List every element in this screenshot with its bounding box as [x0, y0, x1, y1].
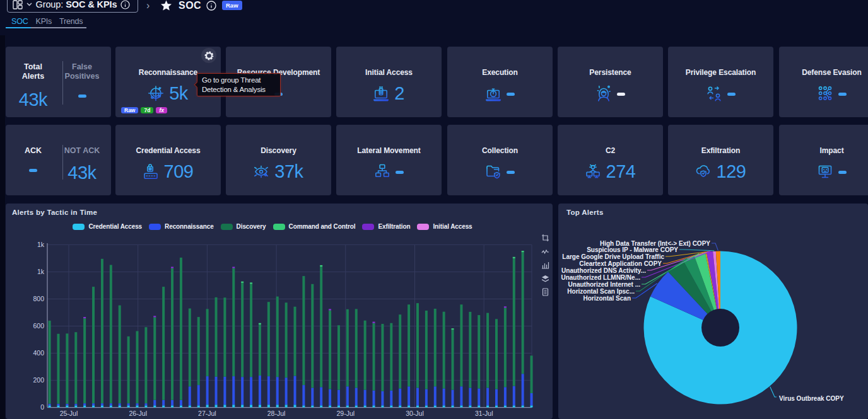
svg-text:1k: 1k: [37, 241, 45, 248]
svg-text:Virus Outbreak COPY: Virus Outbreak COPY: [779, 395, 844, 402]
svg-text:Unauthorized DNS Activity...: Unauthorized DNS Activity...: [561, 267, 646, 274]
svg-text:28-Jul: 28-Jul: [267, 410, 286, 417]
svg-text:Large Google Drive Upload Traf: Large Google Drive Upload Traffic: [562, 253, 664, 260]
svg-text:400: 400: [33, 349, 44, 357]
svg-text:25-Jul: 25-Jul: [60, 410, 78, 417]
svg-text:31-Jul: 31-Jul: [475, 410, 493, 417]
svg-text:29-Jul: 29-Jul: [336, 410, 355, 417]
svg-text:Horizontal Scan Ipsc...: Horizontal Scan Ipsc...: [567, 288, 635, 295]
svg-text:Unauthorized Internet ...: Unauthorized Internet ...: [568, 281, 641, 288]
svg-text:200: 200: [33, 376, 44, 384]
svg-text:26-Jul: 26-Jul: [129, 410, 147, 417]
svg-text:600: 600: [33, 322, 44, 330]
svg-text:Cleartext Application COPY: Cleartext Application COPY: [579, 260, 662, 267]
svg-text:30-Jul: 30-Jul: [406, 410, 424, 417]
svg-text:27-Jul: 27-Jul: [198, 410, 216, 417]
svg-text:1k: 1k: [37, 268, 45, 275]
svg-text:0: 0: [40, 403, 44, 411]
svg-text:800: 800: [33, 295, 44, 302]
svg-text:Suspicious IP - Malware COPY: Suspicious IP - Malware COPY: [587, 246, 678, 253]
svg-text:Horizontal Scan: Horizontal Scan: [583, 295, 631, 302]
svg-text:Unauthorized LLMNR/Ne...: Unauthorized LLMNR/Ne...: [561, 274, 640, 281]
